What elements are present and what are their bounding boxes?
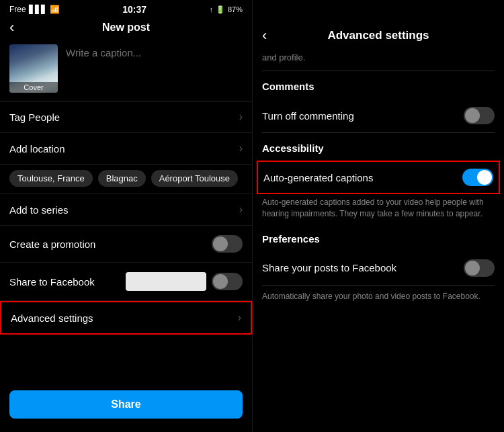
tag-people-item[interactable]: Tag People ›: [0, 101, 252, 133]
tags-row: Toulouse, France Blagnac Aéroport Toulou…: [0, 165, 252, 194]
share-to-facebook-toggle[interactable]: [212, 273, 243, 290]
right-nav-bar: ‹ Advanced settings: [253, 0, 504, 50]
turn-off-commenting-label: Turn off commenting: [262, 110, 354, 122]
auto-captions-label: Auto-generated captions: [263, 172, 373, 183]
chevron-icon: ›: [239, 111, 243, 123]
status-right: ↑ 🔋 87%: [209, 5, 243, 14]
share-posts-facebook-label: Share your posts to Facebook: [262, 262, 396, 273]
tag-toulouse[interactable]: Toulouse, France: [9, 170, 93, 187]
create-promotion-toggle[interactable]: [212, 235, 243, 253]
add-location-label: Add location: [9, 143, 65, 155]
add-location-item[interactable]: Add location ›: [0, 133, 252, 165]
right-page-title: Advanced settings: [327, 29, 429, 42]
share-btn-container: Share: [0, 382, 252, 432]
post-media-section: Cover: [0, 39, 252, 101]
share-to-facebook-item: Share to Facebook: [0, 263, 252, 301]
tag-aeroport[interactable]: Aéroport Toulouse: [151, 170, 238, 187]
accessibility-section-title: Accessibility: [262, 142, 495, 154]
intro-text: and profile.: [262, 50, 495, 71]
add-to-series-label: Add to series: [9, 204, 69, 216]
left-panel: Free ▋▋▋ 📶 10:37 ↑ 🔋 87% ‹ New post Cove…: [0, 0, 252, 432]
facebook-right: [126, 272, 243, 291]
comments-section-title: Comments: [262, 81, 495, 92]
preferences-section-title: Preferences: [262, 233, 495, 245]
battery-label: 87%: [228, 5, 243, 13]
thumbnail: Cover: [9, 44, 58, 93]
nav-bar: ‹ New post: [0, 17, 252, 39]
advanced-settings-label: Advanced settings: [11, 312, 93, 324]
back-button[interactable]: ‹: [9, 19, 14, 36]
auto-captions-toggle[interactable]: [462, 169, 493, 186]
right-back-button[interactable]: ‹: [262, 27, 267, 44]
share-posts-facebook-description: Automatically share your photo and video…: [262, 288, 495, 302]
wifi-icon: 📶: [50, 5, 60, 14]
location-icon: ↑: [209, 5, 213, 13]
add-to-series-item[interactable]: Add to series ›: [0, 194, 252, 226]
tag-blagnac[interactable]: Blagnac: [98, 170, 146, 187]
right-panel: ‹ Advanced settings and profile. Comment…: [252, 0, 504, 432]
right-content: and profile. Comments Turn off commentin…: [253, 50, 504, 432]
advanced-settings-item[interactable]: Advanced settings ›: [0, 301, 252, 335]
auto-captions-item: Auto-generated captions: [257, 161, 500, 194]
turn-off-commenting-toggle[interactable]: [464, 107, 495, 124]
auto-captions-description: Auto-generated captions added to your vi…: [262, 194, 495, 229]
share-posts-facebook-toggle[interactable]: [464, 259, 495, 277]
chevron-icon: ›: [238, 312, 241, 324]
time-label: 10:37: [122, 4, 146, 15]
turn-off-commenting-item: Turn off commenting: [262, 99, 495, 133]
preferences-section: Preferences Share your posts to Facebook…: [262, 233, 495, 302]
chevron-icon: ›: [239, 204, 243, 216]
battery-icon: 🔋: [216, 5, 225, 14]
share-posts-facebook-item: Share your posts to Facebook: [262, 251, 495, 286]
status-bar: Free ▋▋▋ 📶 10:37 ↑ 🔋 87%: [0, 0, 252, 17]
tag-people-label: Tag People: [9, 112, 60, 123]
create-promotion-item: Create a promotion: [0, 226, 252, 263]
caption-input[interactable]: [66, 44, 243, 58]
create-promotion-label: Create a promotion: [9, 239, 95, 250]
carrier-label: Free: [9, 5, 26, 14]
thumbnail-cover-label: Cover: [9, 82, 58, 93]
facebook-input[interactable]: [126, 272, 206, 291]
share-to-facebook-label: Share to Facebook: [9, 276, 95, 288]
signal-icon: ▋▋▋: [29, 5, 47, 14]
chevron-icon: ›: [239, 142, 243, 155]
share-button[interactable]: Share: [9, 390, 243, 419]
page-title: New post: [102, 21, 150, 34]
status-left: Free ▋▋▋ 📶: [9, 5, 60, 14]
auto-captions-row: Auto-generated captions: [263, 169, 493, 186]
